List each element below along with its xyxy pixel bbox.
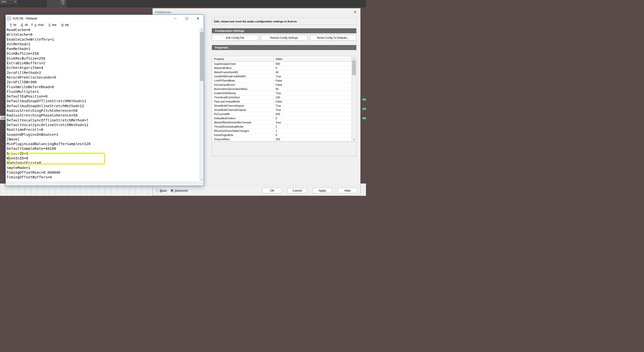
table-row[interactable]: ThumbnailCacheSize100 — [212, 95, 352, 100]
properties-scrollbar[interactable]: ▴ ▾ — [352, 56, 356, 142]
basic-radio[interactable]: Basic — [156, 189, 167, 192]
properties-rows: GapDezipperUsec500WaveInBuffers8MeterFra… — [212, 62, 352, 142]
table-row[interactable]: MinimizeDriverStateChanges1 — [212, 129, 352, 133]
property-name: EnableSSEMixing — [212, 91, 274, 95]
properties-table-wrap: Property Value GapDezipperUsec500WaveInB… — [212, 56, 356, 142]
preferences-title: Preferences — [155, 10, 352, 14]
advanced-radio[interactable]: Advanced — [170, 189, 188, 192]
notepad-titlebar[interactable]: AUD.INI - Notepad ─ ☐ ✕ — [6, 15, 204, 22]
property-value[interactable]: True — [274, 74, 352, 78]
master-label: aster — [1, 0, 7, 3]
property-name: ExtraPluginBufs — [212, 133, 274, 137]
property-value[interactable]: 500 — [274, 112, 352, 116]
apply-button[interactable]: Apply — [312, 188, 332, 193]
property-value[interactable]: True — [274, 108, 352, 112]
notepad-window: AUD.INI - Notepad ─ ☐ ✕ File Edit Format… — [6, 14, 204, 186]
table-row[interactable]: DefaultEqPosition0 — [212, 116, 352, 120]
properties-header-row: Property Value — [212, 56, 352, 62]
scroll-up-icon[interactable]: ▴ — [352, 56, 356, 60]
close-button[interactable]: ✕ — [192, 15, 204, 22]
notepad-vscrollbar[interactable]: ▴ ▾ — [200, 28, 204, 182]
preferences-description: Edit, reload and reset the audio configu… — [214, 20, 297, 23]
minimize-button[interactable]: ─ — [170, 15, 181, 22]
notepad-menubar: File Edit Format View Help — [6, 22, 204, 28]
property-name: UseWDMDmaForWASAPI — [212, 74, 274, 78]
property-value[interactable]: 50 — [274, 87, 352, 91]
ok-button[interactable]: OK — [262, 188, 282, 193]
scroll-up-icon[interactable]: ▴ — [200, 28, 204, 32]
property-name: ThreadSchedulingModel — [212, 125, 274, 128]
menu-view[interactable]: View — [46, 23, 58, 27]
table-row[interactable]: ShowMultiChannelOutputsTrue — [212, 108, 352, 112]
table-row[interactable]: ExtraPluginBufs0 — [212, 133, 352, 137]
property-name: ThumbnailCacheSize — [212, 95, 274, 99]
table-row[interactable]: MeterFrameSizeMS40 — [212, 70, 352, 74]
property-name: PicCacheMB — [212, 112, 274, 116]
ruler-num: 96 — [47, 2, 66, 5]
property-value[interactable]: False — [274, 100, 352, 104]
property-name: PanLawCompatMode — [212, 100, 274, 104]
menu-format[interactable]: Format — [30, 23, 45, 27]
property-value[interactable]: 40 — [274, 70, 352, 74]
table-row[interactable]: PanLawCompatModeFalse — [212, 100, 352, 104]
col-header-value[interactable]: Value — [274, 56, 352, 62]
col-header-property[interactable]: Property — [212, 56, 274, 62]
maximize-button[interactable]: ☐ — [181, 15, 192, 22]
property-value[interactable]: 250 — [274, 137, 352, 141]
advanced-label-tail: dvanced — [176, 189, 188, 192]
reset-config-defaults-button[interactable]: Reset Config To Defaults... — [310, 35, 356, 41]
table-row[interactable]: AllowOfflineRenderMixThreadsTrue — [212, 120, 352, 125]
menu-help[interactable]: Help — [58, 23, 70, 27]
table-row[interactable]: EnableSSEMixingTrue — [212, 91, 352, 95]
edit-config-file-button[interactable]: Edit Config File — [212, 35, 258, 41]
property-value[interactable]: 1 — [274, 125, 352, 128]
table-row[interactable]: ThreadSchedulingModel1 — [212, 125, 352, 129]
property-value[interactable]: False — [274, 83, 352, 87]
notepad-hscrollbar[interactable] — [6, 182, 204, 186]
properties-table: Property Value GapDezipperUsec500WaveInB… — [212, 56, 352, 142]
menu-file[interactable]: File — [7, 23, 18, 27]
property-value[interactable]: 8 — [274, 66, 352, 70]
table-row[interactable]: WaveInBuffers8 — [212, 66, 352, 70]
property-value[interactable]: True — [274, 120, 352, 124]
table-row[interactable]: KsUseInputEventFalse — [212, 83, 352, 87]
property-value[interactable]: 500 — [274, 62, 352, 66]
table-row[interactable]: AutomationDecimationMsec50 — [212, 87, 352, 91]
property-name: MeterFrameSizeMS — [212, 70, 274, 74]
reload-config-settings-button[interactable]: Reload Config Settings — [261, 35, 307, 41]
resize-grip-icon[interactable] — [200, 182, 204, 186]
table-row[interactable]: DropoutMsec250 — [212, 137, 352, 142]
scroll-thumb[interactable] — [200, 32, 204, 81]
property-name: GapDezipperUsec — [212, 62, 274, 66]
notepad-title: AUD.INI - Notepad — [12, 17, 170, 20]
property-name: ShowMultiChannelOutputs — [212, 108, 274, 112]
notepad-text-area[interactable]: ReadCache=0 WriteCache=0 EnableCacheWrit… — [6, 28, 204, 186]
scroll-down-icon[interactable]: ▾ — [200, 177, 204, 182]
property-value[interactable]: True — [274, 91, 352, 95]
scroll-thumb[interactable] — [352, 60, 356, 75]
property-value[interactable]: True — [274, 104, 352, 108]
property-value[interactable]: 1 — [274, 129, 352, 133]
right-accent — [362, 98, 366, 148]
property-name: WaveInBuffers — [212, 66, 274, 70]
help-button[interactable]: Help — [338, 188, 357, 193]
cancel-button[interactable]: Cancel — [288, 188, 307, 193]
property-value[interactable]: False — [274, 78, 352, 82]
property-name: MinimizeDriverStateChanges — [212, 129, 274, 133]
table-row[interactable]: PicCacheMB500 — [212, 112, 352, 116]
property-value[interactable]: 0 — [274, 116, 352, 120]
property-value[interactable]: 100 — [274, 95, 352, 99]
bg-ruler: 108 96 — [47, 0, 66, 8]
table-row[interactable]: UseWDMDmaForWASAPITrue — [212, 74, 352, 78]
table-row[interactable]: LinkPFSendMuteFalse — [212, 78, 352, 83]
menu-edit[interactable]: Edit — [18, 23, 29, 27]
table-row[interactable]: ShowMultiChannelInputsTrue — [212, 104, 352, 108]
property-value[interactable]: 0 — [274, 133, 352, 137]
table-row[interactable]: GapDezipperUsec500 — [212, 62, 352, 66]
section-header-config: Configuration Settings — [212, 28, 356, 33]
property-name: AutomationDecimationMsec — [212, 87, 274, 91]
scroll-down-icon[interactable]: ▾ — [352, 137, 356, 142]
radio-circle-icon — [170, 189, 174, 192]
close-icon[interactable]: ✕ — [352, 10, 358, 15]
master-dropdown-remnant[interactable]: aster ▾ — [0, 0, 17, 4]
